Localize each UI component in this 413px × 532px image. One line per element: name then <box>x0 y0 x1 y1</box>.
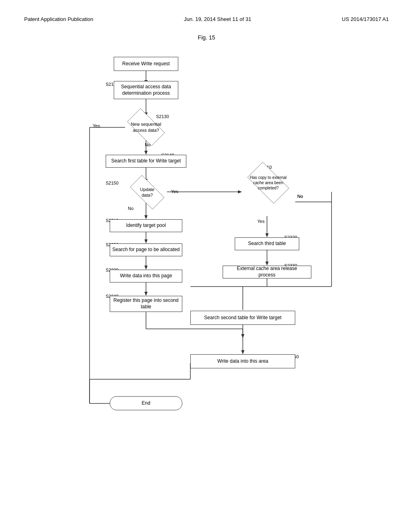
svg-marker-13 <box>144 215 148 219</box>
s2230-box: Write data into this page <box>110 270 182 283</box>
s2120-box: Sequential access data determination pro… <box>114 81 178 99</box>
s2310-no-label: No <box>297 194 303 199</box>
svg-marker-17 <box>144 266 148 270</box>
svg-marker-11 <box>238 190 242 193</box>
s2130-yes-label: Yes <box>93 123 100 128</box>
s2150-yes-label: Yes <box>171 189 178 194</box>
s2350-box: Write data into this area <box>190 354 295 368</box>
s2310-diamond: Has copy to external cache area been com… <box>242 168 294 198</box>
end-box: End <box>110 396 182 410</box>
s2130-diamond: New sequential access data? <box>122 114 170 140</box>
s2220-box: Search for page to be allocated <box>110 243 182 256</box>
s2130-no-label: No <box>145 142 150 147</box>
s2310-yes-label: Yes <box>257 219 265 224</box>
flow-arrows: No <box>65 49 348 432</box>
s2150-label: S2150 <box>106 181 119 185</box>
svg-marker-19 <box>144 292 148 296</box>
page: Patent Application Publication Jun. 19, … <box>0 0 413 532</box>
s2340-box: Search second table for Write target <box>190 311 295 325</box>
svg-marker-7 <box>144 151 148 155</box>
s2110-box: Receive Write request <box>114 57 178 71</box>
figure-title: Fig. 15 <box>24 34 389 41</box>
diagram: No <box>65 49 348 432</box>
svg-marker-29 <box>265 262 269 266</box>
s2320-box: Search third table <box>235 237 299 250</box>
svg-marker-27 <box>265 233 269 237</box>
svg-marker-15 <box>144 239 148 243</box>
header-left: Patent Application Publication <box>24 16 93 22</box>
svg-marker-36 <box>241 350 244 354</box>
page-header: Patent Application Publication Jun. 19, … <box>24 16 389 22</box>
header-center: Jun. 19, 2014 Sheet 11 of 31 <box>184 16 251 22</box>
s2150-diamond: Update data? <box>125 181 169 204</box>
s2210-box: Identify target pool <box>110 219 182 232</box>
header-right: US 2014/173017 A1 <box>342 16 389 22</box>
svg-marker-23 <box>241 334 244 338</box>
s2240-box: Register this page into second table <box>110 296 182 312</box>
s2150-no-label: No <box>128 206 133 211</box>
s2140-box: Search first table for Write target <box>106 155 186 168</box>
s2330-box: External cache area release process <box>223 266 311 278</box>
